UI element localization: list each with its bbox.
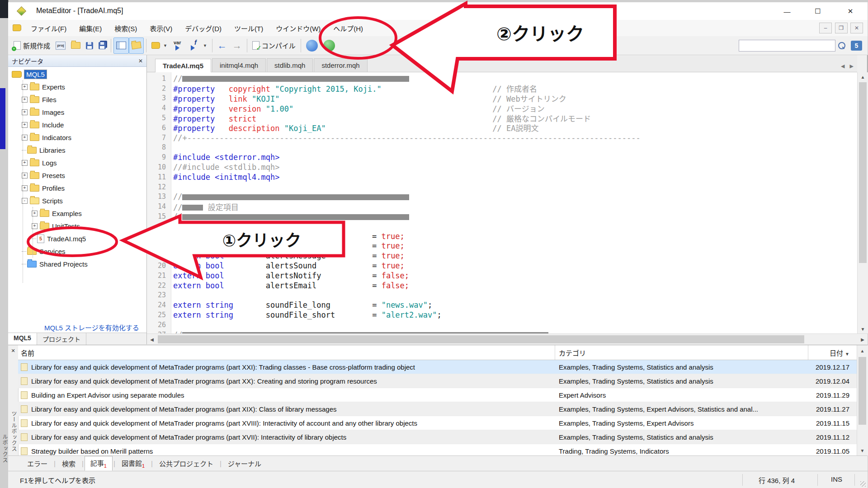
folder-icon bbox=[30, 185, 39, 192]
scroll-up-icon[interactable]: ▲ bbox=[857, 346, 868, 355]
editor-hscrollbar[interactable]: ◀ ▶ bbox=[147, 333, 868, 345]
new-project-button[interactable]: proj bbox=[53, 38, 68, 54]
toolbox-tab-4[interactable]: 公共プロジェクト bbox=[154, 457, 219, 470]
search-button[interactable] bbox=[835, 38, 848, 54]
editor-tab-tradeai-mq5[interactable]: TradeAI.mq5 bbox=[155, 59, 211, 72]
toolbox-close-icon[interactable]: ✕ bbox=[8, 345, 18, 354]
new-file-button[interactable]: + 新規作成 bbox=[11, 38, 53, 54]
tree-item-profiles[interactable]: +Profiles bbox=[10, 182, 145, 194]
snippets-button[interactable]: ▼ bbox=[149, 38, 170, 54]
editor-tab-stdlib-mqh[interactable]: stdlib.mqh bbox=[267, 58, 313, 72]
maximize-button[interactable]: ☐ bbox=[807, 5, 828, 18]
mql5-storage-link[interactable]: MQL5 ストレージを有効化する bbox=[44, 323, 139, 332]
article-row[interactable]: Library for easy and quick development o… bbox=[18, 430, 857, 444]
toolbox-tab-0[interactable]: エラー bbox=[22, 457, 53, 470]
tree-item-services[interactable]: Services bbox=[10, 245, 145, 258]
toolbox-vscrollbar[interactable]: ▲ ▼ bbox=[857, 345, 868, 456]
print-preview-button[interactable] bbox=[500, 38, 513, 54]
profiler-button[interactable] bbox=[321, 38, 338, 54]
tree-item-indicators[interactable]: +Indicators bbox=[10, 131, 145, 144]
close-button[interactable]: ✕ bbox=[840, 5, 861, 18]
code-line: 7//+------------------------------------… bbox=[147, 133, 857, 143]
mdi-restore-button[interactable]: ❐ bbox=[835, 23, 848, 33]
editor-tab-initmql4-mqh[interactable]: initmql4.mqh bbox=[212, 58, 266, 72]
menu-item-1[interactable]: 編集(E) bbox=[73, 20, 108, 37]
menu-item-2[interactable]: 検索(S) bbox=[108, 20, 143, 37]
settings-button[interactable]: ⚙ bbox=[566, 38, 580, 54]
tree-item-examples[interactable]: +Examples bbox=[10, 207, 145, 220]
window-title: MetaEditor - [TradeAI.mq5] bbox=[36, 7, 123, 15]
tree-item-files[interactable]: +Files bbox=[10, 93, 145, 106]
menu-item-4[interactable]: デバッグ(D) bbox=[179, 20, 228, 37]
navigator-close-icon[interactable]: ✕ bbox=[138, 58, 143, 64]
article-row[interactable]: Library for easy and quick development o… bbox=[18, 416, 857, 430]
scroll-down-icon[interactable]: ▼ bbox=[858, 324, 868, 333]
navigate-back-button[interactable]: ← bbox=[215, 38, 230, 54]
tree-item-mql5[interactable]: MQL5 bbox=[10, 68, 145, 80]
debug-start-button[interactable] bbox=[303, 38, 321, 54]
storage-button[interactable]: ☁✓ bbox=[534, 38, 550, 54]
scroll-right-icon[interactable]: ▶ bbox=[858, 334, 868, 345]
menu-item-5[interactable]: ツール(T) bbox=[228, 20, 269, 37]
tree-item-experts[interactable]: +Experts bbox=[10, 80, 145, 93]
mdi-close-button[interactable]: ✕ bbox=[850, 23, 863, 33]
open-button[interactable] bbox=[68, 38, 83, 54]
vscroll-thumb[interactable] bbox=[859, 82, 867, 263]
editor-vscrollbar[interactable]: ▲ ▼ bbox=[857, 72, 868, 333]
tab-scroll-right-icon[interactable]: ▶ bbox=[850, 63, 854, 69]
toolbox-tab-1[interactable]: 検索 bbox=[57, 457, 81, 470]
open-metatrader-button[interactable] bbox=[550, 38, 566, 54]
article-row[interactable]: Building an Expert Advisor using separat… bbox=[18, 388, 857, 402]
resize-grip[interactable] bbox=[860, 481, 866, 487]
toolbox-tab-3[interactable]: 図書館1 bbox=[116, 456, 150, 470]
toolbox-tab-5[interactable]: ジャーナル bbox=[222, 457, 267, 470]
menu-item-6[interactable]: ウインドウ(W) bbox=[269, 20, 327, 37]
tree-item-libraries[interactable]: Libraries bbox=[10, 144, 145, 156]
code-line: 13// bbox=[147, 192, 857, 202]
search-input[interactable] bbox=[739, 40, 835, 52]
navigator-tab-プロジェクト[interactable]: プロジェクト bbox=[37, 333, 86, 345]
column-header-name[interactable]: 名前 bbox=[18, 345, 555, 360]
toolbox-tab-2[interactable]: 記事1 bbox=[85, 456, 113, 471]
tree-item-presets[interactable]: +Presets bbox=[10, 169, 145, 182]
navigate-forward-button[interactable]: → bbox=[230, 38, 245, 54]
toolbox-vscroll-thumb[interactable] bbox=[859, 357, 866, 425]
article-row[interactable]: Library for easy and quick development o… bbox=[18, 360, 857, 374]
hscroll-thumb[interactable] bbox=[158, 335, 804, 343]
article-row[interactable]: Library for easy and quick development o… bbox=[18, 402, 857, 416]
tree-item-shared-projects[interactable]: Shared Projects bbox=[10, 258, 145, 270]
minimize-button[interactable]: — bbox=[777, 5, 797, 18]
insert-variable-button[interactable]: var bbox=[170, 38, 187, 54]
code-editor[interactable]: 1//2#property copyright "Copyright 2015,… bbox=[147, 72, 857, 333]
toggle-toolbox-button[interactable] bbox=[129, 38, 144, 54]
save-all-button[interactable] bbox=[96, 38, 108, 54]
toggle-navigator-button[interactable] bbox=[113, 38, 129, 54]
tree-item-include[interactable]: +Include bbox=[10, 118, 145, 131]
menu-item-3[interactable]: 表示(V) bbox=[143, 20, 179, 37]
scroll-up-icon[interactable]: ▲ bbox=[858, 72, 868, 81]
save-button[interactable] bbox=[83, 38, 96, 54]
new-file-label: 新規作成 bbox=[23, 41, 50, 50]
tab-scroll-left-icon[interactable]: ◀ bbox=[841, 63, 844, 69]
mdi-minimize-button[interactable]: – bbox=[819, 23, 832, 33]
tree-item-logs[interactable]: +Logs bbox=[10, 156, 145, 169]
navigator-tab-mql5[interactable]: MQL5 bbox=[8, 333, 37, 345]
tree-item-unittests[interactable]: +UnitTests bbox=[10, 220, 145, 232]
tree-item-tradeai-mq5[interactable]: 5TradeAI.mq5 bbox=[10, 232, 145, 245]
article-row[interactable]: Library for easy and quick development o… bbox=[18, 374, 857, 388]
tree-item-scripts[interactable]: -Scripts bbox=[10, 194, 145, 207]
editor-tab-stderror-mqh[interactable]: stderror.mqh bbox=[314, 58, 367, 72]
mql5-community-button[interactable]: 5 bbox=[848, 38, 865, 54]
column-header-date[interactable]: 日付 ▼ bbox=[808, 348, 857, 357]
menu-item-0[interactable]: ファイル(F) bbox=[24, 20, 73, 37]
scroll-down-icon[interactable]: ▼ bbox=[857, 446, 868, 455]
article-row[interactable]: Strategy builder based on Merill pattern… bbox=[18, 444, 857, 456]
compile-button[interactable]: ✓ コンパイル bbox=[250, 38, 298, 54]
styler-button[interactable] bbox=[518, 38, 534, 54]
menu-item-7[interactable]: ヘルプ(H) bbox=[327, 20, 369, 37]
paste-button[interactable] bbox=[487, 38, 500, 54]
tree-item-images[interactable]: +Images bbox=[10, 106, 145, 118]
insert-function-button[interactable]: f ▼ bbox=[187, 38, 210, 54]
column-header-category[interactable]: カテゴリ bbox=[555, 345, 808, 360]
scroll-left-icon[interactable]: ◀ bbox=[147, 334, 157, 345]
